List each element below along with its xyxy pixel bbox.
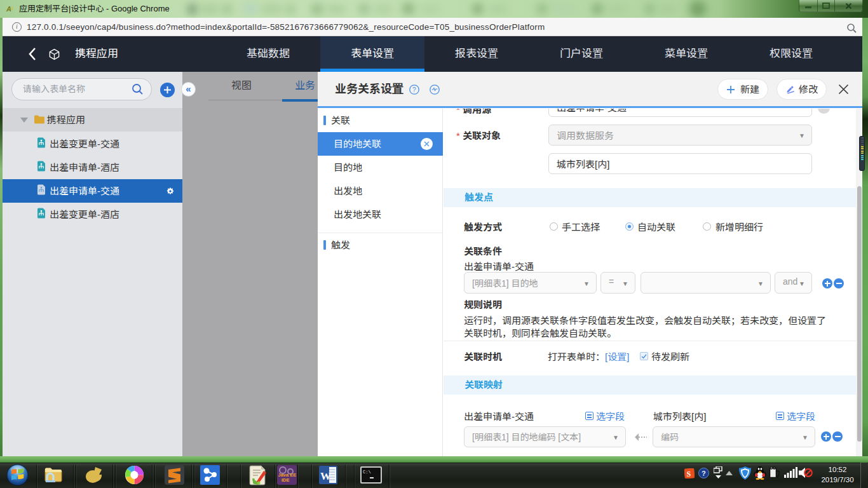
svg-text:C:\: C:\ xyxy=(363,470,371,475)
svg-text:?: ? xyxy=(702,470,706,477)
svg-text:?: ? xyxy=(412,86,416,93)
svg-text:W: W xyxy=(320,470,331,482)
svg-text:IDE: IDE xyxy=(281,477,290,483)
svg-text:S: S xyxy=(687,470,691,478)
svg-text:θ: θ xyxy=(11,6,14,11)
